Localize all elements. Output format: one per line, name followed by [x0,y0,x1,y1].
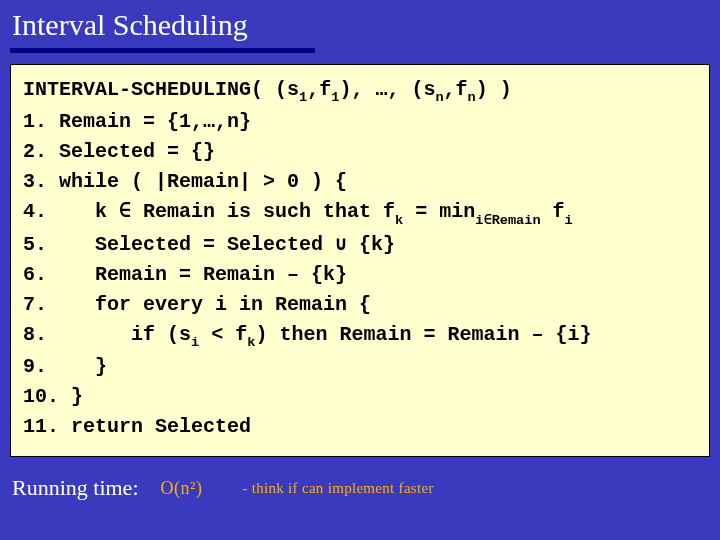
t: ,f [444,78,468,101]
code-line: 8. if (si < fk) then Remain = Remain – {… [23,320,697,352]
code-line: 1. Remain = {1,…,n} [23,107,697,137]
t: 8. if (s [23,323,191,346]
t: ) then Remain = Remain – {i} [255,323,591,346]
t: INTERVAL-SCHEDULING( (s [23,78,299,101]
code-line: 6. Remain = Remain – {k} [23,260,697,290]
code-line: 9. } [23,352,697,382]
code-line: 2. Selected = {} [23,137,697,167]
t: ), …, (s [339,78,435,101]
t: < f [199,323,247,346]
t: f [541,200,565,223]
sub: n [468,90,476,105]
code-header: INTERVAL-SCHEDULING( (s1,f1), …, (sn,fn)… [23,75,697,107]
code-line: 4. k ∈ Remain is such that fk = mini∈Rem… [23,197,697,229]
code-line: 7. for every i in Remain { [23,290,697,320]
t: ,f [307,78,331,101]
sub: n [435,90,443,105]
page-title: Interval Scheduling [0,0,260,46]
code-line: 3. while ( |Remain| > 0 ) { [23,167,697,197]
code-line: 11. return Selected [23,412,697,442]
running-time-label: Running time: [12,475,139,501]
handwritten-note: - think if can implement faster [242,480,433,497]
title-underline [10,48,315,53]
complexity-annotation: O(n²) [161,478,203,499]
sub: i [191,335,199,350]
t: = min [403,200,475,223]
sub: k [395,213,403,228]
code-line: 10. } [23,382,697,412]
sub: i∈Remain [475,213,540,228]
t: 4. k ∈ Remain is such that f [23,200,395,223]
sub: 1 [331,90,339,105]
sub: k [247,335,255,350]
running-time-row: Running time: O(n²) - think if can imple… [12,475,720,511]
t: ) ) [476,78,512,101]
code-line: 5. Selected = Selected ∪ {k} [23,230,697,260]
sub: i [565,213,573,228]
sub: 1 [299,90,307,105]
pseudocode-box: INTERVAL-SCHEDULING( (s1,f1), …, (sn,fn)… [10,64,710,457]
